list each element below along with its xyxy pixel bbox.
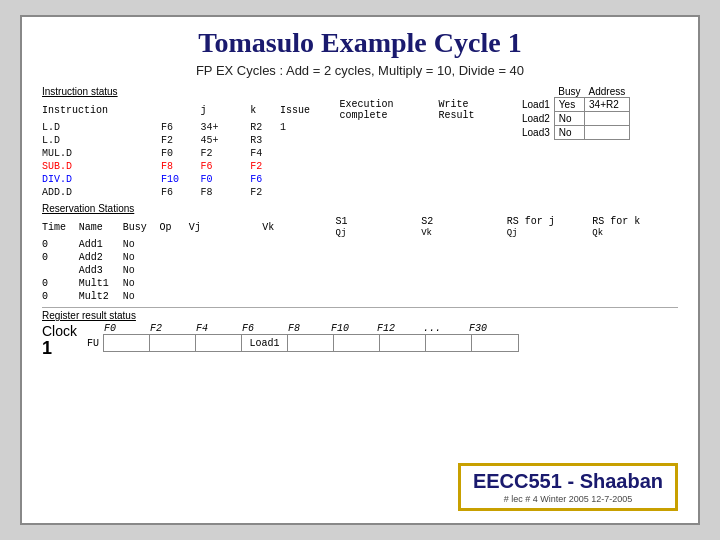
col-instruction: Instruction <box>42 99 161 121</box>
rs-busy: No <box>123 264 160 277</box>
col-k: k <box>250 99 280 121</box>
col-dest <box>161 99 201 121</box>
clock-label: Clock <box>42 323 77 339</box>
instr-dest: F8 <box>161 160 201 173</box>
clock-value: 1 <box>42 339 77 357</box>
slide: Tomasulo Example Cycle 1 FP EX Cycles : … <box>20 15 700 525</box>
fu-label: FU <box>87 338 99 349</box>
instr-write <box>439 134 508 147</box>
instr-exec <box>339 134 438 147</box>
rs-row: 0 Mult2 No <box>42 290 678 303</box>
rs-rsj <box>507 264 593 277</box>
load-address: 34+R2 <box>585 98 630 112</box>
rs-qk <box>421 277 507 290</box>
instr-exec <box>339 121 438 134</box>
rs-name: Mult2 <box>79 290 123 303</box>
footer-main: EECC551 - Shaaban <box>473 470 663 493</box>
load-row: Load3 No <box>518 126 629 140</box>
rs-time: 0 <box>42 251 79 264</box>
instr-issue <box>280 173 339 186</box>
rs-col-name: Name <box>79 216 123 238</box>
instr-j: F8 <box>201 186 241 199</box>
rs-vk <box>262 238 335 251</box>
rs-rsk <box>592 238 678 251</box>
reg-row-container: FU Load1 <box>87 334 678 352</box>
instr-name: ADD.D <box>42 186 161 199</box>
rs-col-rsj: RS for jQj <box>507 216 593 238</box>
instr-spacer <box>240 160 250 173</box>
instr-dest: F6 <box>161 186 201 199</box>
footer-sub: # lec # 4 Winter 2005 12-7-2005 <box>473 494 663 504</box>
reg-data-cell <box>150 335 196 351</box>
rs-rsj <box>507 251 593 264</box>
instr-dest: F10 <box>161 173 201 186</box>
rs-row: Add3 No <box>42 264 678 277</box>
rs-col-s2: S2Vk <box>421 216 507 238</box>
instr-issue: 1 <box>280 121 339 134</box>
instr-name: L.D <box>42 134 161 147</box>
col-j: j <box>201 99 241 121</box>
rs-time <box>42 264 79 277</box>
reg-header-cell: F0 <box>87 323 133 334</box>
rs-row: 0 Mult1 No <box>42 277 678 290</box>
rs-op <box>159 290 188 303</box>
instr-k: R3 <box>250 134 280 147</box>
instr-k: F4 <box>250 147 280 160</box>
rs-vj <box>189 251 262 264</box>
instruction-row: L.D F6 34+ R2 1 <box>42 121 508 134</box>
rs-name: Add3 <box>79 264 123 277</box>
rs-rsj <box>507 277 593 290</box>
rs-col-s1: S1Qj <box>336 216 422 238</box>
instruction-status-label: Instruction status <box>42 86 508 97</box>
load-busy: No <box>554 126 584 140</box>
rs-qj <box>336 251 422 264</box>
reg-data-cell <box>334 335 380 351</box>
rs-qk <box>421 290 507 303</box>
rs-rsj <box>507 238 593 251</box>
instr-spacer <box>240 134 250 147</box>
rs-vk <box>262 290 335 303</box>
instr-spacer <box>240 121 250 134</box>
rs-name: Add2 <box>79 251 123 264</box>
rs-time: 0 <box>42 290 79 303</box>
load-col-name <box>518 86 554 98</box>
rs-qj <box>336 277 422 290</box>
instruction-row: ADD.D F6 F8 F2 <box>42 186 508 199</box>
rs-vk <box>262 251 335 264</box>
rs-qj <box>336 264 422 277</box>
rs-busy: No <box>123 238 160 251</box>
instruction-status-section: Instruction status Instruction j k Issue… <box>42 86 508 199</box>
reservation-stations-section: Reservation Stations Time Name Busy Op V… <box>42 203 678 303</box>
reg-data-cell <box>472 335 518 351</box>
instr-k: R2 <box>250 121 280 134</box>
rs-op <box>159 264 188 277</box>
reg-data-cell: Load1 <box>242 335 288 351</box>
instruction-row: DIV.D F10 F0 F6 <box>42 173 508 186</box>
rs-col-time: Time <box>42 216 79 238</box>
reg-header-cell: F4 <box>179 323 225 334</box>
load-address <box>585 112 630 126</box>
reg-header-cell: F8 <box>271 323 317 334</box>
instr-spacer <box>240 173 250 186</box>
rs-busy: No <box>123 290 160 303</box>
instr-issue <box>280 186 339 199</box>
instr-spacer <box>240 186 250 199</box>
instr-issue <box>280 134 339 147</box>
reg-header-cell: ... <box>409 323 455 334</box>
rs-op <box>159 277 188 290</box>
load-name: Load3 <box>518 126 554 140</box>
rs-op <box>159 238 188 251</box>
instr-k: F2 <box>250 160 280 173</box>
rs-rsk <box>592 277 678 290</box>
clock-section: Clock 1 <box>42 323 77 357</box>
instr-j: 45+ <box>201 134 241 147</box>
instr-name: MUL.D <box>42 147 161 160</box>
rs-vj <box>189 238 262 251</box>
instr-exec <box>339 173 438 186</box>
reg-data-row: Load1 <box>103 334 519 352</box>
rs-rsk <box>592 290 678 303</box>
title: Tomasulo Example Cycle 1 <box>42 27 678 59</box>
instruction-table: Instruction j k Issue Executioncomplete … <box>42 99 508 199</box>
instr-issue <box>280 147 339 160</box>
rs-qj <box>336 238 422 251</box>
